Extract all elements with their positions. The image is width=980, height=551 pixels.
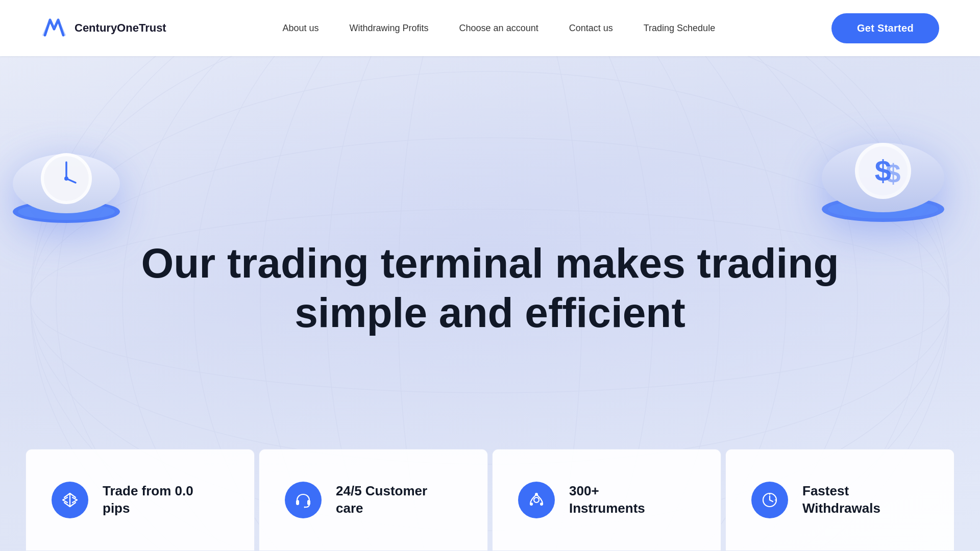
logo-text: CenturyOneTrust [75,21,166,35]
chart-icon [527,490,546,510]
nav-about-us[interactable]: About us [282,23,318,34]
feature-cards-row: Trade from 0.0 pips 24/5 Customer care [0,449,980,551]
get-started-button[interactable]: Get Started [831,13,939,43]
svg-point-31 [530,503,533,506]
logo-icon [41,15,67,41]
feature-card-withdrawals: Fastest Withdrawals [725,449,954,551]
svg-point-18 [64,177,68,181]
svg-rect-27 [296,500,299,505]
svg-point-29 [304,507,306,508]
withdrawals-line2: Withdrawals [802,500,880,516]
feature-card-instruments: 300+ Instruments [492,449,721,551]
left-decoration [10,122,122,232]
customer-care-line1: 24/5 Customer [336,483,427,498]
hero-section: $ $ Our trading terminal makes trading s… [0,56,980,551]
svg-point-30 [534,497,539,503]
instruments-line1: 300+ [569,483,599,498]
customer-care-icon-circle [285,482,322,518]
customer-care-text: 24/5 Customer care [336,483,427,517]
instruments-icon-circle [518,482,555,518]
withdrawals-line1: Fastest [802,483,849,498]
customer-care-line2: care [336,500,363,516]
logo-area: CenturyOneTrust [41,15,166,41]
nav-trading-schedule[interactable]: Trading Schedule [644,23,715,34]
hero-title-line2: simple and efficient [295,289,685,336]
svg-text:$: $ [886,159,901,188]
main-nav: About us Withdrawing Profits Choose an a… [282,23,715,34]
arrows-icon [60,490,80,510]
header: CenturyOneTrust About us Withdrawing Pro… [0,0,980,56]
hero-title: Our trading terminal makes trading simpl… [141,239,839,338]
withdrawals-icon-circle [751,482,788,518]
nav-choose-account[interactable]: Choose an account [459,23,538,34]
svg-point-32 [540,503,543,506]
clock-disc-left [10,122,122,230]
dollar-disc-right: $ $ [817,107,949,230]
svg-rect-28 [307,500,310,505]
headset-icon [293,490,313,510]
feature-card-customer-care: 24/5 Customer care [259,449,488,551]
nav-contact-us[interactable]: Contact us [569,23,613,34]
hero-title-line1: Our trading terminal makes trading [141,240,839,286]
trade-pips-line2: pips [103,500,130,516]
clock-icon [760,490,779,510]
trade-pips-text: Trade from 0.0 pips [103,483,193,517]
trade-pips-icon-circle [52,482,88,518]
feature-card-trade-pips: Trade from 0.0 pips [26,449,255,551]
svg-line-36 [770,500,773,502]
withdrawals-text: Fastest Withdrawals [802,483,880,517]
trade-pips-line1: Trade from 0.0 [103,483,193,498]
instruments-line2: Instruments [569,500,645,516]
svg-point-33 [535,493,538,496]
right-decoration: $ $ [817,107,949,232]
nav-withdrawing-profits[interactable]: Withdrawing Profits [350,23,429,34]
instruments-text: 300+ Instruments [569,483,645,517]
